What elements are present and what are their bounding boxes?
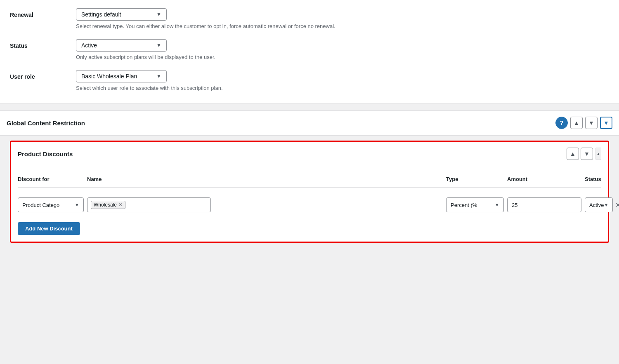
renewal-label: Renewal xyxy=(10,8,76,18)
status-select-value: Active xyxy=(81,42,97,49)
pd-title: Product Discounts xyxy=(18,150,73,157)
chevron-down-icon: ▼ xyxy=(604,202,608,207)
name-tag-input[interactable]: Wholesale ✕ xyxy=(87,197,211,212)
scroll-arrow-icon: ▲ xyxy=(597,152,600,156)
th-discount-for: Discount for xyxy=(18,176,84,182)
pd-header: Product Discounts ▲ ▼ ▲ xyxy=(11,142,608,166)
row-status-value: Active xyxy=(589,202,604,208)
up-arrow-icon[interactable]: ▲ xyxy=(570,117,583,129)
th-empty xyxy=(214,176,443,182)
chevron-down-icon: ▼ xyxy=(156,12,161,17)
status-select[interactable]: Active ▼ xyxy=(76,39,167,52)
tag-remove-icon[interactable]: ✕ xyxy=(118,202,123,207)
discount-for-value: Product Catego xyxy=(22,202,59,208)
collapse-icon[interactable]: ▼ xyxy=(600,117,612,129)
gcr-section-header: Global Content Restriction ? ▲ ▼ ▼ xyxy=(0,111,619,135)
pd-down-icon[interactable]: ▼ xyxy=(581,148,593,160)
down-arrow-icon[interactable]: ▼ xyxy=(585,117,598,129)
chevron-down-icon: ▼ xyxy=(156,73,161,79)
chevron-down-icon: ▼ xyxy=(156,42,161,48)
amount-input[interactable] xyxy=(507,197,581,212)
discount-for-select[interactable]: Product Catego ▼ xyxy=(18,197,84,212)
row-status-select[interactable]: Active ▼ xyxy=(585,197,613,212)
chevron-down-icon: ▼ xyxy=(495,202,499,207)
gcr-title: Global Content Restriction xyxy=(7,120,85,127)
add-new-discount-button[interactable]: Add New Discount xyxy=(18,222,80,235)
tag-value: Wholesale xyxy=(94,202,117,208)
user-role-label: User role xyxy=(10,70,76,80)
pd-up-icon[interactable]: ▲ xyxy=(567,148,579,160)
user-role-select-value: Basic Wholesale Plan xyxy=(81,73,137,80)
user-role-select[interactable]: Basic Wholesale Plan ▼ xyxy=(76,70,167,82)
user-role-description: Select which user role to associate with… xyxy=(76,85,609,91)
product-discounts-panel: Product Discounts ▲ ▼ ▲ Discount for Nam… xyxy=(10,141,609,243)
renewal-select-value: Settings default xyxy=(81,11,121,18)
name-tag: Wholesale ✕ xyxy=(91,201,125,209)
th-name: Name xyxy=(87,176,211,182)
chevron-down-icon: ▼ xyxy=(75,202,79,207)
status-label: Status xyxy=(10,39,76,49)
renewal-description: Select renewal type. You can either allo… xyxy=(76,23,609,29)
th-type: Type xyxy=(446,176,504,182)
discount-table-header: Discount for Name Type Amount Status xyxy=(18,173,601,188)
table-row: Product Catego ▼ Wholesale ✕ Pe xyxy=(18,194,601,216)
th-amount: Amount xyxy=(507,176,581,182)
type-value: Percent (% xyxy=(451,202,477,208)
pd-scroll-icon[interactable]: ▲ xyxy=(595,148,601,160)
th-status: Status xyxy=(585,176,601,182)
renewal-select[interactable]: Settings default ▼ xyxy=(76,8,167,21)
status-description: Only active subscription plans will be d… xyxy=(76,54,609,60)
type-select[interactable]: Percent (% ▼ xyxy=(446,197,504,212)
remove-row-button[interactable]: ✕ xyxy=(615,201,619,209)
help-icon[interactable]: ? xyxy=(555,117,568,129)
